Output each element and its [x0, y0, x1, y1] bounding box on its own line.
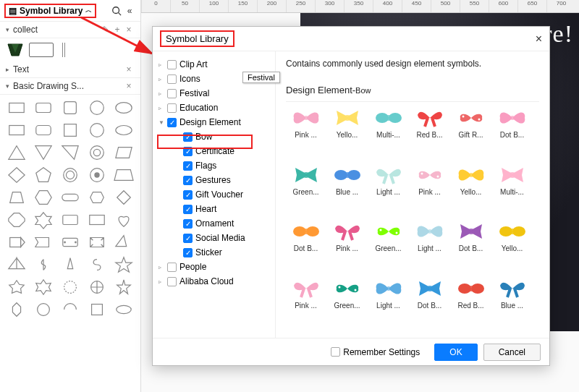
tree-item-icons[interactable]: ▹Icons — [154, 72, 274, 86]
symbol-library-dropdown[interactable]: ▤ Symbol Library ︿ — [4, 4, 96, 18]
tree-item-ornament[interactable]: ✓Ornament — [154, 216, 274, 231]
checkbox[interactable] — [167, 60, 177, 69]
checkbox[interactable]: ✓ — [183, 234, 193, 243]
ok-button[interactable]: OK — [434, 344, 477, 361]
shape-item[interactable] — [85, 165, 109, 185]
tree-item-alibaba-cloud[interactable]: ▹Alibaba Cloud — [154, 274, 274, 289]
shape-item[interactable] — [4, 187, 29, 208]
shape-item[interactable] — [31, 98, 56, 118]
symbol-item[interactable]: Red B... — [451, 277, 491, 331]
checkbox[interactable]: ✓ — [183, 190, 193, 200]
shape-item[interactable] — [85, 142, 109, 163]
tree-item-people[interactable]: ▹People — [154, 260, 274, 274]
shape-item[interactable] — [4, 299, 29, 320]
shape-item[interactable] — [4, 232, 29, 252]
checkbox[interactable]: ✓ — [183, 161, 193, 171]
checkbox[interactable] — [167, 263, 177, 272]
collect-shape-3[interactable] — [62, 43, 65, 57]
add-icon[interactable]: + — [111, 25, 123, 35]
checkbox[interactable]: ✓ — [183, 132, 193, 142]
shape-item[interactable] — [111, 255, 136, 275]
symbol-item[interactable]: Gift R... — [451, 106, 491, 161]
symbol-item[interactable]: Green... — [368, 220, 408, 274]
shape-item[interactable] — [31, 165, 56, 185]
shape-item[interactable] — [31, 210, 56, 230]
symbol-item[interactable]: Light ... — [410, 220, 449, 274]
symbol-item[interactable]: Light ... — [368, 163, 408, 218]
symbol-item[interactable]: Green... — [286, 163, 326, 218]
symbol-item[interactable]: Dot B... — [492, 106, 532, 161]
tree-item-bow[interactable]: ✓Bow — [154, 129, 274, 144]
symbol-item[interactable]: Multi-... — [492, 163, 532, 218]
symbol-item[interactable]: Yello... — [327, 106, 367, 161]
shape-item[interactable] — [85, 255, 109, 275]
shape-item[interactable] — [58, 255, 83, 275]
tree-item-flags[interactable]: ✓Flags — [154, 158, 274, 173]
shape-item[interactable] — [4, 98, 29, 118]
collapse-icon[interactable]: « — [123, 4, 136, 17]
shape-item[interactable] — [31, 187, 56, 208]
shape-item[interactable] — [4, 255, 29, 275]
symbol-item[interactable]: Pink ... — [327, 220, 367, 274]
shape-item[interactable] — [4, 210, 29, 230]
shape-item[interactable] — [85, 232, 109, 252]
shape-item[interactable] — [31, 255, 56, 275]
shape-item[interactable] — [4, 277, 29, 297]
checkbox[interactable] — [167, 89, 177, 98]
shape-item[interactable] — [31, 299, 56, 320]
shape-item[interactable] — [58, 232, 83, 252]
symbol-item[interactable]: Yello... — [451, 163, 491, 218]
shape-item[interactable] — [111, 165, 136, 185]
shape-item[interactable] — [31, 142, 56, 163]
tree-item-festival[interactable]: ▹Festival — [154, 86, 274, 101]
symbol-item[interactable]: Blue ... — [492, 277, 532, 331]
close-icon[interactable]: × — [123, 81, 135, 91]
shape-item[interactable] — [58, 165, 83, 185]
tree-item-sticker[interactable]: ✓Sticker — [154, 245, 274, 260]
shape-item[interactable] — [4, 142, 29, 163]
remember-settings-checkbox[interactable]: Remember Settings — [331, 347, 420, 357]
symbol-item[interactable]: Pink ... — [286, 106, 326, 161]
symbol-item[interactable]: Pink ... — [286, 277, 326, 331]
tree-item-clip-art[interactable]: ▹Clip Art — [154, 57, 274, 72]
checkbox[interactable]: ✓ — [167, 118, 177, 127]
shape-item[interactable] — [111, 210, 136, 230]
collect-shape-1[interactable] — [6, 43, 25, 57]
shape-item[interactable] — [111, 120, 136, 140]
tree-item-education[interactable]: ▹Education — [154, 101, 274, 115]
tree-item-gestures[interactable]: ✓Gestures — [154, 173, 274, 187]
edit-icon[interactable]: ✎ — [100, 25, 111, 35]
checkbox[interactable]: ✓ — [183, 176, 193, 185]
shape-item[interactable] — [111, 299, 136, 320]
shape-item[interactable] — [85, 277, 109, 297]
shape-item[interactable] — [111, 187, 136, 208]
collect-section-header[interactable]: ▾ collect ✎ + × — [0, 22, 140, 38]
shape-item[interactable] — [58, 299, 83, 320]
shape-item[interactable] — [85, 120, 109, 140]
shapes-section-header[interactable]: ▾ Basic Drawing S... × — [0, 78, 140, 95]
checkbox[interactable]: ✓ — [183, 147, 193, 156]
shape-item[interactable] — [111, 98, 136, 118]
shape-item[interactable] — [58, 277, 83, 297]
shape-item[interactable] — [85, 210, 109, 230]
shape-item[interactable] — [31, 277, 56, 297]
tree-item-social-media[interactable]: ✓Social Media — [154, 231, 274, 245]
close-icon[interactable]: × — [123, 25, 135, 35]
tree-item-design-element[interactable]: ▼✓Design Element — [154, 115, 274, 129]
cancel-button[interactable]: Cancel — [483, 344, 541, 361]
shape-item[interactable] — [58, 98, 83, 118]
symbol-item[interactable]: Dot B... — [451, 220, 491, 274]
checkbox[interactable] — [167, 277, 177, 286]
shape-item[interactable] — [111, 142, 136, 163]
shape-item[interactable] — [85, 299, 109, 320]
tree-item-gift-voucher[interactable]: ✓Gift Voucher — [154, 187, 274, 202]
symbol-item[interactable]: Red B... — [410, 106, 449, 161]
symbol-item[interactable]: Light ... — [368, 277, 408, 331]
symbol-item[interactable]: Green... — [327, 277, 367, 331]
shape-item[interactable] — [58, 210, 83, 230]
shape-item[interactable] — [111, 277, 136, 297]
checkbox[interactable]: ✓ — [183, 205, 193, 214]
tree-item-heart[interactable]: ✓Heart — [154, 202, 274, 216]
search-icon[interactable] — [110, 4, 123, 17]
shape-item[interactable] — [4, 165, 29, 185]
